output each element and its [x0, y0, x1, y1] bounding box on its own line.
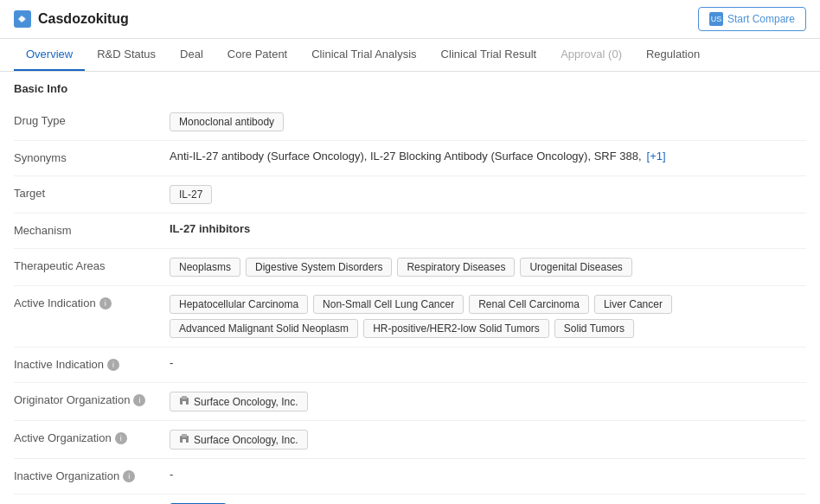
info-row-synonyms: SynonymsAnti-IL-27 antibody (Surface Onc… [14, 143, 806, 174]
nav-tab-approval: Approval (0) [548, 39, 634, 71]
info-row-drug-highest-phase: Drug Highest PhaseiPhase 2 [14, 496, 806, 504]
label-synonyms: Synonyms [14, 150, 170, 164]
tag-item: Neoplasms [170, 258, 240, 277]
info-row-mechanism: MechanismIL-27 inhibitors [14, 215, 806, 246]
info-row-inactive-org: Inactive Organizationi- [14, 461, 806, 492]
value-synonyms: Anti-IL-27 antibody (Surface Oncology), … [170, 150, 806, 163]
tag-item: Respiratory Diseases [397, 258, 515, 277]
svg-rect-1 [183, 401, 186, 405]
label-active-org: Active Organizationi [14, 430, 170, 444]
info-icon-active-indication[interactable]: i [99, 297, 112, 309]
info-icon-inactive-indication[interactable]: i [107, 359, 119, 371]
value-target: IL-27 [170, 185, 806, 204]
label-active-indication: Active Indicationi [14, 295, 170, 309]
label-inactive-org: Inactive Organizationi [14, 468, 170, 482]
svg-rect-4 [183, 439, 186, 443]
info-row-originator-org: Originator OrganizationiSurface Oncology… [14, 385, 806, 418]
label-mechanism: Mechanism [14, 222, 170, 237]
tag-item: Urogenital Diseases [520, 258, 631, 277]
nav-tab-clinical-trial-analysis[interactable]: Clinical Trial Analysis [299, 39, 428, 71]
tag-drug-type: Monoclonal antibody [170, 112, 284, 131]
tag-item: HR-positive/HER2-low Solid Tumors [363, 319, 549, 338]
info-row-target: TargetIL-27 [14, 178, 806, 211]
mechanism-text: IL-27 inhibitors [170, 222, 250, 235]
tag-item: Liver Cancer [594, 295, 672, 314]
label-drug-type: Drug Type [14, 112, 170, 127]
nav-tab-core-patent[interactable]: Core Patent [215, 39, 299, 71]
dash-value: - [170, 356, 173, 369]
label-inactive-indication: Inactive Indicationi [14, 356, 170, 371]
nav-tab-regulation[interactable]: Regulation [634, 39, 712, 71]
org-building-icon [179, 433, 189, 446]
nav-tabs: OverviewR&D StatusDealCore PatentClinica… [0, 39, 820, 72]
value-inactive-indication: - [170, 356, 806, 369]
tag-item: Solid Tumors [554, 319, 634, 338]
org-name: Surface Oncology, Inc. [194, 396, 298, 408]
tag-item: Non-Small Cell Lung Cancer [313, 295, 464, 314]
main-content: Basic Info Drug TypeMonoclonal antibodyS… [0, 72, 820, 504]
dash-value: - [170, 468, 173, 481]
svg-rect-5 [182, 434, 187, 437]
org-name: Surface Oncology, Inc. [194, 434, 298, 446]
value-drug-type: Monoclonal antibody [170, 112, 806, 131]
label-originator-org: Originator Organizationi [14, 392, 170, 406]
nav-tab-overview[interactable]: Overview [14, 39, 85, 71]
label-target: Target [14, 185, 170, 200]
app-logo [14, 10, 31, 28]
app-title: Casdozokitug [38, 11, 129, 27]
value-inactive-org: - [170, 468, 806, 481]
org-tag-originator-org: Surface Oncology, Inc. [170, 392, 308, 411]
value-mechanism: IL-27 inhibitors [170, 222, 806, 235]
compare-icon: US [709, 12, 723, 26]
start-compare-button[interactable]: US Start Compare [698, 7, 806, 31]
value-therapeutic-areas: NeoplasmsDigestive System DisordersRespi… [170, 258, 806, 277]
section-title: Basic Info [14, 82, 806, 95]
value-active-indication: Hepatocellular CarcinomaNon-Small Cell L… [170, 295, 806, 338]
info-row-active-org: Active OrganizationiSurface Oncology, In… [14, 423, 806, 456]
tag-target: IL-27 [170, 185, 212, 204]
info-row-drug-type: Drug TypeMonoclonal antibody [14, 105, 806, 138]
header: Casdozokitug US Start Compare [0, 0, 820, 39]
synonyms-text: Anti-IL-27 antibody (Surface Oncology), … [170, 150, 642, 163]
nav-tab-rd-status[interactable]: R&D Status [85, 39, 168, 71]
value-active-org: Surface Oncology, Inc. [170, 430, 806, 450]
info-icon-active-org[interactable]: i [115, 432, 127, 444]
info-row-active-indication: Active IndicationiHepatocellular Carcino… [14, 288, 806, 345]
info-icon-inactive-org[interactable]: i [123, 470, 135, 482]
nav-tab-clinical-trial-result[interactable]: Clinical Trial Result [429, 39, 549, 71]
tag-item: Hepatocellular Carcinoma [170, 295, 308, 314]
org-building-icon [179, 395, 189, 408]
info-row-therapeutic-areas: Therapeutic AreasNeoplasmsDigestive Syst… [14, 251, 806, 284]
info-row-inactive-indication: Inactive Indicationi- [14, 349, 806, 380]
nav-tab-deal[interactable]: Deal [168, 39, 215, 71]
tag-item: Renal Cell Carcinoma [469, 295, 589, 314]
synonyms-link[interactable]: [+1] [647, 150, 666, 163]
svg-rect-2 [182, 396, 187, 399]
org-tag-active-org: Surface Oncology, Inc. [170, 430, 308, 450]
value-originator-org: Surface Oncology, Inc. [170, 392, 806, 411]
tag-item: Advanced Malignant Solid Neoplasm [170, 319, 358, 338]
info-icon-originator-org[interactable]: i [133, 394, 145, 406]
label-therapeutic-areas: Therapeutic Areas [14, 258, 170, 272]
tag-item: Digestive System Disorders [246, 258, 392, 277]
